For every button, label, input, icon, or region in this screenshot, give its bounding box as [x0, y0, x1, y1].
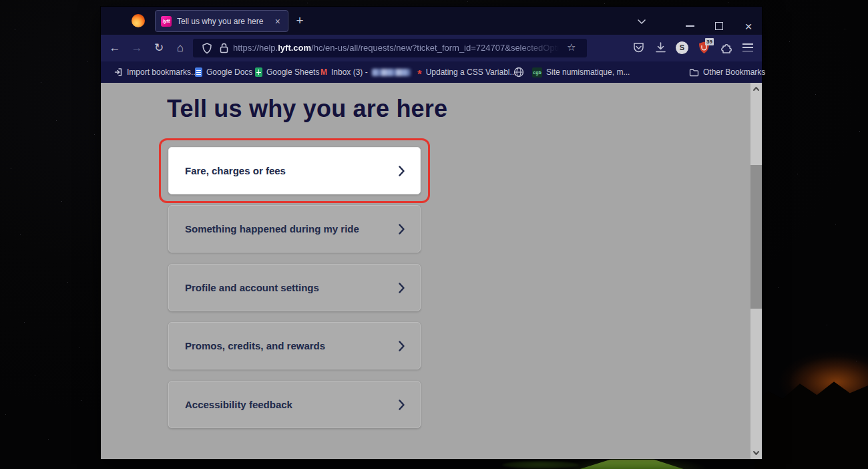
startpage-extension-icon[interactable]: S — [676, 41, 688, 54]
bookmark-numismatique[interactable]: cgb Site numismatique, m... — [532, 61, 630, 83]
cgb-icon: cgb — [532, 67, 542, 77]
minimize-button[interactable] — [686, 25, 694, 27]
chevron-right-icon — [398, 399, 405, 411]
browser-window: lyft Tell us why you are here × + × ← → … — [101, 7, 762, 459]
navigation-toolbar: ← → ↻ ⌂ https://help.lyft.com/hc/en-us/a… — [101, 35, 762, 61]
redacted-text — [372, 69, 411, 76]
url-bar[interactable]: https://help.lyft.com/hc/en-us/all/reque… — [193, 39, 587, 57]
lyft-favicon-icon: lyft — [161, 16, 172, 27]
url-text: https://help.lyft.com/hc/en-us/all/reque… — [233, 43, 564, 53]
bookmark-inbox[interactable]: M Inbox (3) - — [320, 61, 411, 83]
chevron-right-icon — [398, 223, 405, 235]
downloads-icon[interactable] — [654, 41, 667, 54]
chevron-right-icon — [398, 340, 405, 352]
reload-button[interactable]: ↻ — [151, 41, 167, 55]
forward-button[interactable]: → — [129, 41, 145, 55]
shield-permissions-icon[interactable] — [202, 43, 212, 54]
option-label: Promos, credits, and rewards — [185, 340, 398, 351]
pocket-icon[interactable] — [632, 41, 645, 54]
scroll-up-icon[interactable] — [752, 86, 760, 92]
bookmark-import[interactable]: Import bookmarks... — [114, 61, 198, 83]
globe-icon — [513, 67, 524, 77]
new-tab-button[interactable]: + — [292, 13, 307, 28]
menu-hamburger-icon[interactable] — [742, 43, 753, 51]
tab-close-icon[interactable]: × — [273, 15, 282, 27]
google-sheets-icon — [255, 67, 262, 77]
option-profile-account[interactable]: Profile and account settings — [168, 264, 421, 311]
extension-badge: 39 — [705, 38, 714, 45]
titlebar: lyft Tell us why you are here × + × — [101, 7, 762, 35]
chevron-right-icon — [398, 282, 405, 294]
bookmark-star-icon[interactable]: ☆ — [567, 41, 576, 53]
import-icon — [114, 67, 123, 77]
page-content: Tell us why you are here Fare, charges o… — [101, 83, 762, 459]
option-label: Something happened during my ride — [185, 223, 398, 234]
bookmark-globe[interactable] — [513, 61, 524, 83]
starfield — [0, 0, 1, 1]
bookmark-css-variable[interactable]: * Updating a CSS Variabl... — [417, 61, 516, 83]
chevron-right-icon — [398, 165, 405, 177]
scrollbar-thumb[interactable] — [750, 165, 762, 309]
home-button[interactable]: ⌂ — [172, 41, 188, 55]
window-close-button[interactable]: × — [741, 19, 756, 34]
option-fare-charges-fees[interactable]: Fare, charges or fees — [168, 147, 421, 194]
maximize-button[interactable] — [715, 22, 723, 30]
lock-icon[interactable] — [219, 43, 229, 53]
bookmark-google-docs[interactable]: Google Docs — [195, 61, 252, 83]
asterisk-icon: * — [417, 71, 422, 78]
option-label: Fare, charges or fees — [185, 165, 398, 176]
firefox-icon — [132, 14, 145, 27]
google-docs-icon — [195, 67, 202, 77]
tab-list-chevron-icon[interactable] — [636, 18, 648, 25]
option-label: Accessibility feedback — [185, 399, 398, 410]
ublock-extension-icon[interactable]: 39 — [698, 41, 710, 54]
desktop-background: lyft Tell us why you are here × + × ← → … — [0, 0, 868, 469]
option-label: Profile and account settings — [185, 282, 398, 293]
option-promos-credits[interactable]: Promos, credits, and rewards — [168, 322, 421, 369]
browser-tab[interactable]: lyft Tell us why you are here × — [155, 10, 288, 32]
other-bookmarks[interactable]: Other Bookmarks — [689, 61, 765, 83]
tab-title: Tell us why you are here — [177, 17, 273, 26]
back-button[interactable]: ← — [107, 41, 123, 55]
gmail-icon: M — [320, 67, 327, 77]
option-accessibility-feedback[interactable]: Accessibility feedback — [168, 381, 421, 428]
bookmarks-toolbar: Import bookmarks... Google Docs Google S… — [101, 61, 762, 83]
folder-icon — [689, 68, 699, 77]
extensions-puzzle-icon[interactable] — [720, 41, 733, 54]
option-something-happened[interactable]: Something happened during my ride — [168, 205, 421, 253]
page-scrollbar[interactable] — [750, 83, 762, 459]
scroll-down-icon[interactable] — [752, 450, 760, 456]
page-title: Tell us why you are here — [167, 95, 447, 123]
bookmark-google-sheets[interactable]: Google Sheets — [255, 61, 319, 83]
